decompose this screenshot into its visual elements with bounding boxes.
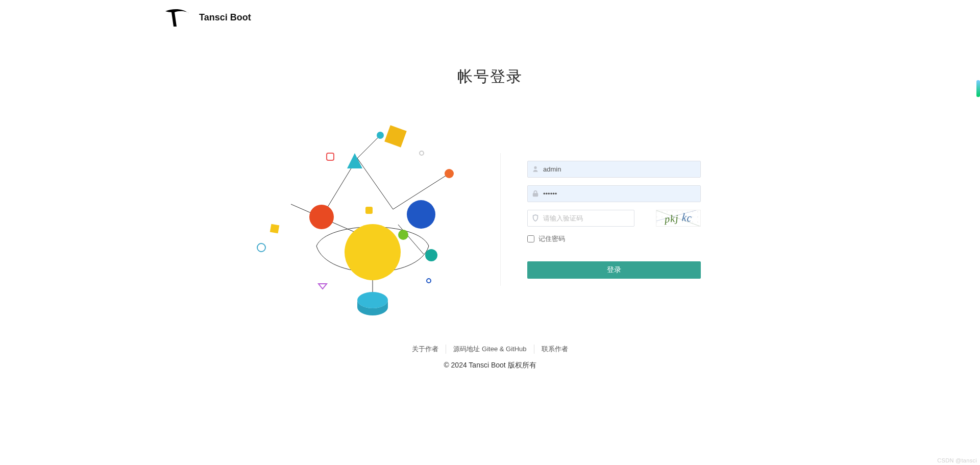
remember-label: 记住密码 bbox=[538, 234, 565, 243]
scrollbar-accent bbox=[976, 80, 980, 97]
password-row bbox=[527, 185, 701, 202]
svg-rect-18 bbox=[327, 153, 334, 160]
svg-point-8 bbox=[407, 200, 435, 229]
svg-point-9 bbox=[309, 205, 334, 229]
svg-point-13 bbox=[445, 169, 454, 178]
password-input[interactable] bbox=[527, 185, 701, 202]
captcha-row: pkj kc bbox=[527, 210, 701, 227]
shield-icon bbox=[532, 214, 539, 222]
captcha-image[interactable]: pkj kc bbox=[656, 210, 701, 227]
login-illustration bbox=[255, 117, 470, 322]
brand-name: Tansci Boot bbox=[199, 12, 251, 23]
svg-point-7 bbox=[345, 224, 401, 280]
remember-password[interactable]: 记住密码 bbox=[527, 234, 725, 243]
footer-links: 关于作者 源码地址 Gitee & GitHub 联系作者 bbox=[0, 345, 980, 354]
remember-checkbox[interactable] bbox=[527, 235, 534, 242]
svg-marker-21 bbox=[318, 284, 327, 289]
svg-point-12 bbox=[425, 249, 437, 261]
header: Tansci Boot bbox=[162, 7, 251, 28]
footer-link-source[interactable]: 源码地址 Gitee & GitHub bbox=[446, 345, 533, 354]
brand-logo-icon bbox=[162, 7, 190, 28]
user-icon bbox=[532, 165, 539, 173]
footer-copyright: © 2024 Tansci Boot 版权所有 bbox=[0, 361, 980, 370]
username-row bbox=[527, 161, 701, 178]
watermark: CSDN @tansci bbox=[937, 457, 977, 463]
svg-point-11 bbox=[377, 132, 384, 139]
svg-rect-14 bbox=[384, 125, 407, 148]
captcha-input[interactable] bbox=[527, 210, 634, 227]
login-button[interactable]: 登录 bbox=[527, 261, 701, 279]
lock-icon bbox=[532, 190, 539, 197]
svg-line-2 bbox=[357, 135, 380, 158]
page-title: 帐号登录 bbox=[0, 66, 980, 87]
svg-line-3 bbox=[357, 158, 393, 209]
svg-point-20 bbox=[427, 279, 431, 283]
svg-point-22 bbox=[420, 151, 424, 155]
captcha-text-b: kc bbox=[681, 210, 693, 224]
footer: 关于作者 源码地址 Gitee & GitHub 联系作者 © 2024 Tan… bbox=[0, 345, 980, 370]
login-form: pkj kc 记住密码 登录 bbox=[500, 153, 725, 286]
svg-point-19 bbox=[257, 243, 265, 252]
svg-rect-17 bbox=[365, 207, 373, 214]
footer-link-about[interactable]: 关于作者 bbox=[405, 345, 446, 354]
svg-rect-16 bbox=[270, 224, 280, 234]
captcha-text-a: pkj bbox=[665, 212, 679, 225]
username-input[interactable] bbox=[527, 161, 701, 178]
svg-point-10 bbox=[398, 230, 408, 240]
login-content: pkj kc 记住密码 登录 bbox=[0, 112, 980, 327]
footer-link-contact[interactable]: 联系作者 bbox=[534, 345, 575, 354]
